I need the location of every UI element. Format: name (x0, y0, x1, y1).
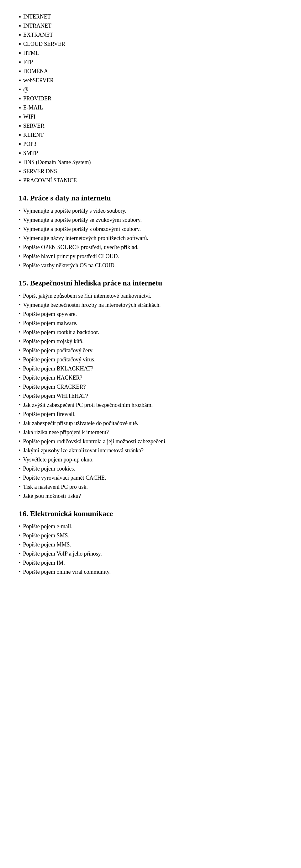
list-item: Popište pojem rodičovská kontrola a její… (19, 437, 282, 446)
list-item: PRACOVNÍ STANICE (19, 176, 282, 185)
list-item: Popište pojem e-mail. (19, 522, 282, 531)
section-15-title: 15. Bezpečnostní hlediska práce na inter… (19, 277, 282, 288)
list-item: Popište pojem spyware. (19, 310, 282, 318)
list-item: CLOUD SERVER (19, 40, 282, 48)
list-item: Popište vazby některých OS na CLOUD. (19, 261, 282, 270)
list-item: Vyjmenujte názvy internetových prohlížec… (19, 234, 282, 243)
list-item: Popište OPEN SOURCE prostředí, uveďte př… (19, 243, 282, 252)
list-item: webSERVER (19, 76, 282, 85)
list-item: Popište pojem WHITEHAT? (19, 392, 282, 400)
list-item: Jaké jsou možnosti tisku? (19, 492, 282, 500)
list-item: SERVER (19, 122, 282, 130)
list-item: SERVER DNS (19, 167, 282, 176)
list-item: INTERNET (19, 12, 282, 21)
top-list: INTERNETINTRANETEXTRANETCLOUD SERVERHTML… (19, 12, 282, 185)
list-item: Vyjmenujte a popište portály s obrazovým… (19, 225, 282, 234)
list-item: Popište vyrovnávaci pamět CACHE. (19, 474, 282, 482)
list-item: Popište pojem trojský kůň. (19, 337, 282, 346)
list-item: Jaká rizika nese připojení k internetu? (19, 428, 282, 437)
list-item: Vyjmenujte a popište portály s video sou… (19, 207, 282, 215)
list-item: Popište pojem BKLACKHAT? (19, 365, 282, 373)
list-item: INTRANET (19, 22, 282, 30)
list-item: PROVIDER (19, 94, 282, 103)
list-item: KLIENT (19, 131, 282, 139)
list-item: Popište pojem online viral community. (19, 568, 282, 576)
list-item: Tisk a nastavení PC pro tisk. (19, 483, 282, 491)
section-16-list: Popište pojem e-mail.Popište pojem SMS.P… (19, 522, 282, 576)
list-item: Jak zvýšit zabezpečení PC proti bezpečno… (19, 401, 282, 409)
list-item: Popište pojem MMS. (19, 540, 282, 549)
section-16-title: 16. Elektronická komunikace (19, 508, 282, 519)
list-item: Popište pojem SMS. (19, 531, 282, 540)
list-item: EXTRANET (19, 31, 282, 39)
list-item: Vysvětlete pojem pop-up okno. (19, 456, 282, 464)
list-item: Popište pojem malware. (19, 319, 282, 328)
list-item: Popiš, jakým způsobem se řídí internetov… (19, 292, 282, 300)
section-14-list: Vyjmenujte a popište portály s video sou… (19, 207, 282, 270)
list-item: @ (19, 85, 282, 94)
list-item: Vyjmenujte a popište portály se zvukovým… (19, 216, 282, 224)
list-item: Popište pojem HACKER? (19, 374, 282, 382)
list-item: Jakými způsoby lze aktualizovat internet… (19, 446, 282, 455)
list-item: DOMÉNA (19, 67, 282, 75)
list-item: Popište pojem IM. (19, 559, 282, 567)
list-item: HTML (19, 49, 282, 57)
list-item: Jak zabezpečit přístup uživatele do počí… (19, 419, 282, 428)
list-item: E-MAIL (19, 103, 282, 112)
list-item: POP3 (19, 140, 282, 148)
list-item: Popište pojem firewall. (19, 410, 282, 418)
list-item: Popište pojem rootkit a backdoor. (19, 328, 282, 337)
list-item: Vyjmenujte bezpečnostní hrozby na intern… (19, 301, 282, 309)
list-item: Popište hlavní principy prostředí CLOUD. (19, 252, 282, 261)
list-item: Popište pojem počítačový červ. (19, 346, 282, 355)
list-item: WIFI (19, 113, 282, 121)
list-item: Popište pojem VoIP a jeho přínosy. (19, 550, 282, 558)
section-15-list: Popiš, jakým způsobem se řídí internetov… (19, 292, 282, 500)
list-item: Popište pojem cookies. (19, 465, 282, 473)
list-item: Popište pojem CRACKER? (19, 383, 282, 391)
list-item: Popište pojem počítačový virus. (19, 355, 282, 364)
list-item: SMTP (19, 149, 282, 157)
list-item: FTP (19, 58, 282, 66)
list-item: DNS (Domain Name System) (19, 158, 282, 166)
section-14-title: 14. Práce s daty na internetu (19, 192, 282, 204)
